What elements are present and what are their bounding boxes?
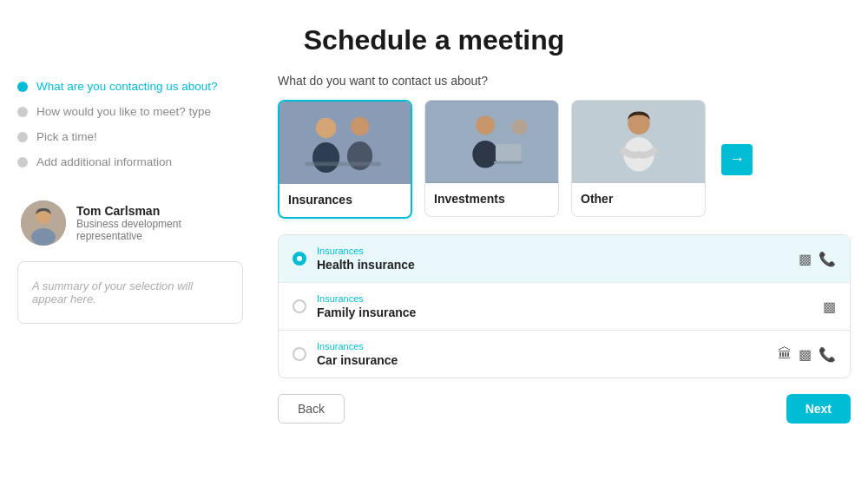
avatar [21, 200, 66, 246]
agent-name: Tom Carlsman [76, 204, 240, 218]
topic-card-img-insurances [279, 102, 411, 184]
topic-card-insurances[interactable]: Insurances [278, 100, 412, 219]
video-icon-family: ▩ [823, 299, 836, 315]
option-radio-family [293, 299, 306, 313]
option-category-health: Insurances [317, 246, 799, 256]
content-area: What do you want to contact us about? [260, 74, 851, 430]
agent-card: Tom Carlsman Business development repres… [17, 200, 243, 246]
building-icon-car: 🏛 [778, 346, 792, 362]
option-name-family: Family insurance [317, 305, 823, 319]
topic-card-img-other [572, 101, 705, 183]
option-text-car: Insurances Car insurance [317, 341, 778, 367]
option-icons-family: ▩ [823, 299, 836, 315]
topic-card-img-investments [425, 101, 558, 183]
svg-point-10 [476, 115, 495, 135]
topic-card-investments[interactable]: Investments [424, 100, 559, 217]
video-icon-health: ▩ [799, 251, 812, 267]
option-row-car[interactable]: Insurances Car insurance 🏛 ▩ 📞 [279, 331, 850, 378]
option-name-car: Car insurance [317, 353, 778, 367]
step-list: What are you contacting us about? How wo… [17, 74, 243, 174]
option-row-family[interactable]: Insurances Family insurance ▩ [279, 283, 850, 331]
svg-rect-12 [496, 144, 522, 161]
phone-icon-health: 📞 [819, 251, 836, 267]
step-dot-3 [17, 132, 28, 142]
svg-point-6 [351, 117, 369, 135]
arrow-right-icon: → [729, 150, 745, 168]
option-radio-health [293, 252, 306, 266]
step-item-2[interactable]: How would you like to meet? type [17, 99, 243, 124]
footer-row: Back Next [278, 378, 851, 430]
step-item-4[interactable]: Add additional information [17, 149, 243, 174]
option-text-health: Insurances Health insurance [317, 246, 799, 272]
page-title: Schedule a meeting [0, 0, 868, 74]
option-row-health[interactable]: Insurances Health insurance ▩ 📞 [279, 235, 850, 283]
option-radio-car [293, 347, 306, 361]
option-category-car: Insurances [317, 341, 778, 351]
option-icons-health: ▩ 📞 [799, 251, 836, 267]
option-icons-car: 🏛 ▩ 📞 [778, 346, 836, 363]
agent-role: Business development representative [76, 218, 240, 242]
sidebar: What are you contacting us about? How wo… [17, 74, 260, 430]
step-dot-1 [17, 82, 28, 92]
svg-point-2 [31, 228, 56, 246]
option-category-family: Insurances [317, 293, 823, 304]
next-arrow[interactable]: → [721, 144, 753, 175]
svg-rect-8 [305, 161, 381, 166]
cards-row: Insurances In [278, 100, 851, 219]
svg-point-5 [312, 142, 339, 173]
step-item-1[interactable]: What are you contacting us about? [17, 74, 243, 99]
svg-rect-9 [425, 102, 558, 183]
video-icon-car: ▩ [799, 346, 812, 363]
section-label: What do you want to contact us about? [278, 74, 851, 88]
options-list: Insurances Health insurance ▩ 📞 Insuranc… [278, 234, 851, 378]
agent-info: Tom Carlsman Business development repres… [76, 204, 240, 242]
svg-rect-3 [279, 102, 411, 183]
next-button[interactable]: Next [786, 394, 851, 424]
svg-rect-13 [494, 161, 523, 164]
summary-box: A summary of your selection will appear … [17, 261, 243, 324]
phone-icon-car: 📞 [819, 346, 836, 363]
topic-card-label-investments: Investments [425, 183, 558, 216]
option-text-family: Insurances Family insurance [317, 293, 823, 319]
svg-point-14 [512, 119, 528, 135]
option-name-health: Health insurance [317, 258, 799, 272]
topic-card-label-other: Other [572, 183, 705, 216]
topic-card-label-insurances: Insurances [279, 184, 411, 217]
back-button[interactable]: Back [278, 394, 345, 424]
step-dot-4 [17, 157, 28, 167]
step-dot-2 [17, 107, 28, 117]
svg-point-11 [472, 141, 498, 168]
step-item-3[interactable]: Pick a time! [17, 124, 243, 149]
svg-point-4 [316, 118, 336, 138]
topic-card-other[interactable]: Other [571, 100, 706, 217]
